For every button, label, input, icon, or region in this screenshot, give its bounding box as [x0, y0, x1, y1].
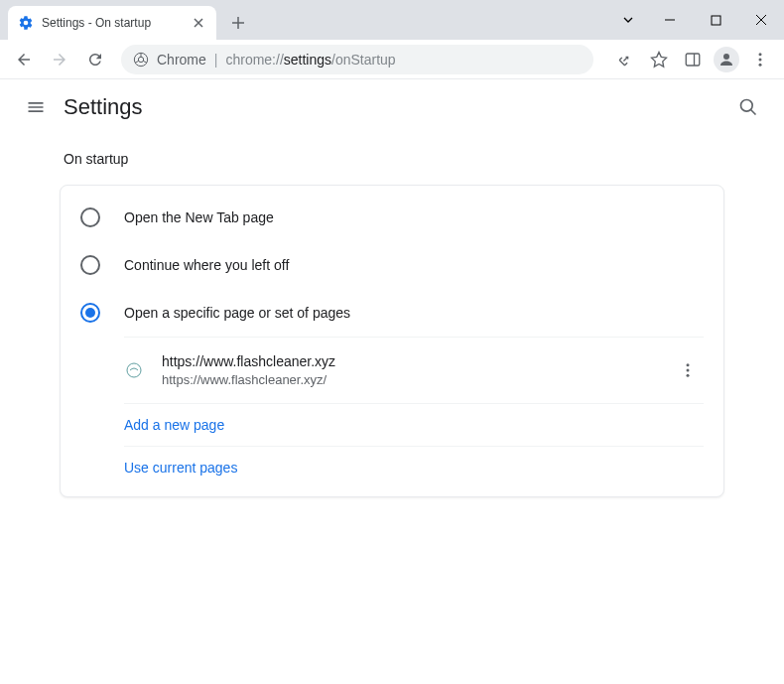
svg-point-11 [127, 363, 141, 377]
radio-icon [80, 207, 100, 227]
site-favicon-icon [124, 360, 144, 380]
svg-line-10 [751, 109, 756, 114]
kebab-menu-icon[interactable] [744, 44, 776, 75]
url-separator: | [214, 52, 218, 68]
startup-card: Open the New Tab page Continue where you… [60, 185, 724, 497]
minimize-button[interactable] [647, 4, 693, 36]
radio-label: Continue where you left off [124, 257, 289, 273]
settings-content: On startup Open the New Tab page Continu… [0, 135, 784, 497]
address-bar[interactable]: Chrome | chrome://settings/onStartup [121, 45, 593, 74]
radio-continue[interactable]: Continue where you left off [61, 241, 723, 289]
radio-open-new-tab[interactable]: Open the New Tab page [61, 194, 723, 241]
svg-point-2 [138, 57, 143, 62]
startup-pages-list: https://www.flashcleaner.xyz https://www… [124, 337, 704, 488]
use-current-row[interactable]: Use current pages [124, 446, 704, 488]
back-button[interactable] [8, 44, 40, 75]
svg-point-8 [759, 63, 762, 66]
chevron-down-icon[interactable] [609, 4, 647, 36]
browser-tab[interactable]: Settings - On startup [8, 6, 216, 40]
add-page-link[interactable]: Add a new page [124, 417, 224, 433]
url-text: chrome://settings/onStartup [225, 52, 395, 68]
url-scheme: Chrome [157, 52, 206, 68]
svg-point-9 [741, 99, 753, 111]
radio-icon [80, 255, 100, 275]
tab-title: Settings - On startup [42, 16, 191, 30]
svg-rect-3 [686, 54, 700, 66]
page-more-icon[interactable] [672, 354, 704, 386]
radio-label: Open a specific page or set of pages [124, 305, 350, 321]
forward-button[interactable] [44, 44, 75, 75]
svg-rect-0 [712, 16, 720, 25]
startup-page-item: https://www.flashcleaner.xyz https://www… [124, 338, 704, 403]
reload-button[interactable] [79, 44, 111, 75]
svg-point-14 [687, 374, 690, 377]
add-page-row[interactable]: Add a new page [124, 403, 704, 446]
svg-point-12 [687, 363, 690, 366]
hamburger-menu-icon[interactable] [16, 87, 56, 127]
svg-point-13 [687, 369, 690, 372]
page-title: Settings [64, 94, 143, 120]
maximize-button[interactable] [693, 4, 738, 36]
use-current-link[interactable]: Use current pages [124, 460, 237, 476]
radio-label: Open the New Tab page [124, 209, 274, 225]
svg-point-5 [723, 54, 729, 60]
chrome-logo-icon [133, 52, 149, 68]
section-title: On startup [64, 151, 724, 167]
share-icon[interactable] [609, 44, 641, 75]
bookmark-star-icon[interactable] [643, 44, 675, 75]
window-controls [609, 0, 784, 40]
side-panel-icon[interactable] [677, 44, 709, 75]
radio-icon-selected [80, 303, 100, 323]
close-window-button[interactable] [738, 4, 784, 36]
svg-point-7 [759, 58, 762, 61]
radio-specific-pages[interactable]: Open a specific page or set of pages [61, 289, 723, 337]
search-icon[interactable] [728, 87, 768, 127]
browser-toolbar: Chrome | chrome://settings/onStartup [0, 40, 784, 79]
close-icon[interactable] [191, 15, 206, 31]
startup-page-url: https://www.flashcleaner.xyz/ [162, 371, 672, 389]
window-titlebar: Settings - On startup [0, 0, 784, 40]
svg-point-6 [759, 53, 762, 56]
gear-icon [18, 15, 34, 31]
startup-page-title: https://www.flashcleaner.xyz [162, 351, 672, 371]
profile-avatar[interactable] [711, 44, 742, 75]
settings-header: Settings [0, 79, 784, 135]
new-tab-button[interactable] [224, 9, 252, 37]
